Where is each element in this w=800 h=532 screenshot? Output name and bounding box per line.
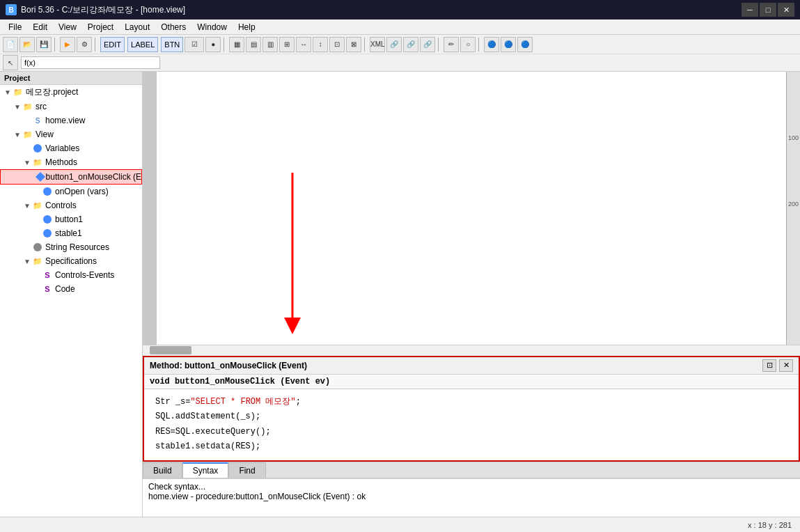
- toolbar-btn16[interactable]: 🔵: [501, 37, 516, 52]
- tree-node-view[interactable]: ▼ 📁 View: [0, 127, 142, 141]
- toolbar-btn15[interactable]: 🔵: [484, 37, 499, 52]
- check-button[interactable]: ☑: [185, 37, 204, 52]
- edit-button[interactable]: EDIT: [100, 37, 125, 52]
- h-scrollbar[interactable]: [143, 345, 800, 356]
- ruler-mark-100: 100: [788, 134, 799, 141]
- toolbar-btn14[interactable]: ○: [460, 37, 476, 52]
- run-button[interactable]: ▶: [60, 37, 75, 52]
- separator5: [438, 38, 441, 52]
- tree-node-variables[interactable]: Variables: [0, 141, 142, 155]
- expand-icon-code: [32, 285, 42, 293]
- new-button[interactable]: 📄: [3, 37, 18, 52]
- tree-label-code: Code: [55, 284, 75, 294]
- menu-help[interactable]: Help: [233, 19, 261, 34]
- menu-others[interactable]: Others: [155, 19, 191, 34]
- menu-project[interactable]: Project: [82, 19, 119, 34]
- design-area: 100 200: [143, 72, 800, 345]
- toolbar-btn10[interactable]: 🔗: [386, 37, 402, 52]
- controls-events-icon: S: [42, 269, 53, 281]
- code-line-4: stable1.setdata(RES);: [155, 439, 787, 455]
- separator: [54, 38, 57, 52]
- circle-button[interactable]: ●: [205, 37, 221, 52]
- tree-label-project: 메모장.project: [26, 86, 78, 98]
- pointer-button[interactable]: ↖: [3, 55, 18, 70]
- tree-node-stable1[interactable]: stable1: [0, 226, 142, 240]
- toolbar-main: 📄 📂 💾 ▶ ⚙ EDIT LABEL BTN ☑ ● ▦ ▤ ▥ ⊞ ↔ ↕…: [0, 35, 800, 54]
- expand-icon-stringres: [22, 244, 32, 251]
- close-button[interactable]: ✕: [778, 3, 794, 17]
- tree-node-methods[interactable]: ▼ 📁 Methods: [0, 155, 142, 169]
- tree-node-controls-events[interactable]: S Controls-Events: [0, 268, 142, 282]
- h-scroll-thumb[interactable]: [150, 346, 191, 354]
- specs-folder-icon: 📁: [32, 256, 43, 267]
- tree-node-onopen[interactable]: onOpen (vars): [0, 185, 142, 198]
- toolbar-btn2[interactable]: ▤: [246, 37, 261, 52]
- tree-node-method-click[interactable]: button1_onMouseClick (E: [0, 169, 142, 185]
- tree-label-homeview: home.view: [45, 116, 85, 125]
- tree-label-specs: Specifications: [45, 256, 97, 266]
- menu-bar: File Edit View Project Layout Others Win…: [0, 19, 800, 35]
- toolbar-btn13[interactable]: ✏: [444, 37, 459, 52]
- tab-build[interactable]: Build: [143, 462, 182, 478]
- tree-label-onopen: onOpen (vars): [55, 187, 109, 196]
- menu-view[interactable]: View: [53, 19, 82, 34]
- tree-node-controls[interactable]: ▼ 📁 Controls: [0, 198, 142, 212]
- toolbar-btn9[interactable]: XML: [370, 37, 385, 52]
- toolbar-btn6[interactable]: ↕: [313, 37, 328, 52]
- method-close-button[interactable]: ✕: [779, 359, 793, 372]
- button1-icon: [42, 214, 53, 225]
- tree-node-specs[interactable]: ▼ 📁 Specifications: [0, 254, 142, 268]
- btn-button[interactable]: BTN: [161, 37, 183, 52]
- code-line-2: SQL.addStatement(_s);: [155, 409, 787, 425]
- method-header-text: Method: button1_onMouseClick (Event): [150, 361, 307, 370]
- tree-node-code[interactable]: S Code: [0, 282, 142, 296]
- tree-node-homeview[interactable]: S home.view: [0, 114, 142, 127]
- build-button[interactable]: ⚙: [77, 37, 92, 52]
- toolbar-btn4[interactable]: ⊞: [279, 37, 295, 52]
- maximize-button[interactable]: □: [760, 3, 776, 17]
- output-line-2: home.view - procedure:button1_onMouseCli…: [148, 492, 794, 501]
- output-line-1: Check syntax...: [148, 482, 794, 492]
- src-folder-icon: 📁: [22, 101, 33, 112]
- save-button[interactable]: 💾: [36, 37, 52, 52]
- tree-node-button1[interactable]: button1: [0, 212, 142, 226]
- code-stable: stable1.setdata(RES);: [155, 441, 260, 451]
- tree-node-stringres[interactable]: String Resources: [0, 240, 142, 254]
- toolbar-btn8[interactable]: ⊠: [346, 37, 361, 52]
- panel-header: Project: [0, 72, 142, 85]
- toolbar-btn12[interactable]: 🔗: [420, 37, 435, 52]
- tree-label-view: View: [36, 130, 54, 139]
- label-button[interactable]: LABEL: [127, 37, 158, 52]
- method-restore-button[interactable]: ⊡: [762, 359, 776, 372]
- ruler-mark-200: 200: [788, 201, 799, 208]
- code-sql-exec: RES=SQL.executeQuery();: [155, 427, 271, 437]
- menu-edit[interactable]: Edit: [27, 19, 53, 34]
- tab-syntax[interactable]: Syntax: [182, 462, 229, 478]
- toolbar-btn17[interactable]: 🔵: [517, 37, 533, 52]
- open-button[interactable]: 📂: [19, 37, 35, 52]
- separator2: [95, 38, 97, 52]
- method-subheader: void button1_onMouseClick (Event ev): [144, 375, 799, 389]
- expand-icon-button1: [32, 216, 42, 224]
- tab-find[interactable]: Find: [228, 462, 265, 478]
- method-header-controls: ⊡ ✕: [762, 359, 793, 372]
- code-icon: S: [42, 283, 53, 295]
- tree-node-project[interactable]: ▼ 📁 메모장.project: [0, 85, 142, 100]
- center-area: 100 200 Method: button1_o: [143, 72, 800, 517]
- toolbar-btn11[interactable]: 🔗: [403, 37, 418, 52]
- menu-window[interactable]: Window: [191, 19, 233, 34]
- formula-input[interactable]: [21, 56, 160, 69]
- title-bar-left: B Bori 5.36 - C:/보리강좌/메모장 - [home.view]: [6, 4, 185, 16]
- project-folder-icon: 📁: [13, 87, 24, 98]
- toolbar-btn1[interactable]: ▦: [229, 37, 244, 52]
- toolbar-btn7[interactable]: ⊡: [329, 37, 345, 52]
- tree-label-button1: button1: [55, 214, 83, 224]
- menu-file[interactable]: File: [3, 19, 27, 34]
- tree-node-src[interactable]: ▼ 📁 src: [0, 100, 142, 114]
- separator6: [478, 38, 481, 52]
- minimize-button[interactable]: ─: [742, 3, 758, 17]
- menu-layout[interactable]: Layout: [119, 19, 155, 34]
- toolbar-btn5[interactable]: ↔: [296, 37, 311, 52]
- tree-label-method-click: button1_onMouseClick (E: [46, 172, 141, 182]
- toolbar-btn3[interactable]: ▥: [262, 37, 278, 52]
